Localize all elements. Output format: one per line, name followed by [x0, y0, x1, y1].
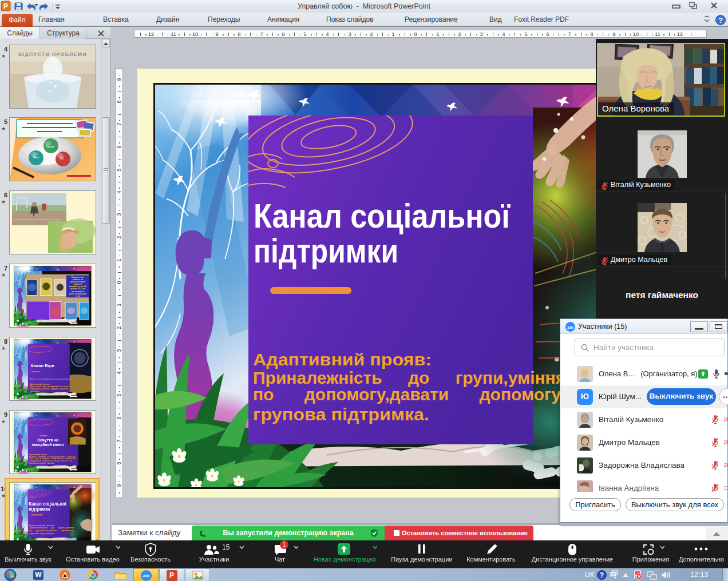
svg-text:Канал соціальної: Канал соціальної: [254, 197, 511, 235]
svg-text:вірування, релігія, обряди, ам: вірування, релігія, обряди, амулети,: [30, 388, 69, 390]
svg-text:?: ?: [718, 16, 723, 25]
svg-text:емоційний канал: емоційний канал: [32, 443, 64, 447]
svg-text:Орган: Орган: [46, 145, 54, 148]
svg-text:групова підтримка.: групова підтримка.: [253, 405, 429, 424]
svg-text:запропоновані: запропоновані: [70, 281, 85, 283]
svg-text:P: P: [3, 2, 8, 10]
svg-text:Об: Об: [60, 157, 64, 160]
svg-text:Віра в свої сили, в обраний шл: Віра в свої сили, в обраний шлях,віра і: [30, 385, 70, 388]
svg-text:Адаптивний прояв:: Адаптивний прояв:: [29, 453, 47, 456]
svg-text:гороскоп.: гороскоп.: [30, 390, 40, 392]
svg-text:?: ?: [600, 571, 604, 579]
svg-text:Канал Віри: Канал Віри: [31, 363, 55, 368]
svg-text:ВІДПУСТИ ПРОБЛЕМИ: ВІДПУСТИ ПРОБЛЕМИ: [18, 51, 87, 57]
svg-text:увагу найбільше: увагу найбільше: [69, 293, 86, 295]
svg-text:емоційний контакт, емпатія.: емоційний контакт, емпатія.: [29, 462, 54, 464]
svg-text:zm: zm: [567, 325, 573, 330]
svg-text:Адаптивний прояв:: Адаптивний прояв:: [253, 350, 432, 369]
svg-text:позначте у своїй: позначте у своїй: [69, 285, 86, 288]
svg-text:- 1 і 2: - 1 і 2: [75, 295, 80, 297]
svg-text:уважно на: уважно на: [72, 278, 84, 281]
svg-text:підтримки: підтримки: [254, 232, 398, 270]
svg-text:Подивиться: Подивиться: [72, 276, 84, 278]
svg-text:Віра ( система вірувань та пер: Віра ( система вірувань та переконання): [30, 378, 71, 380]
svg-text:картки і: картки і: [74, 283, 82, 285]
svg-text:привернули: привернули: [72, 290, 84, 293]
svg-text:Почуття чи: Почуття чи: [37, 438, 58, 443]
svg-text:Музика, читання, перегляд філь: Музика, читання, перегляд фільмів, серіа…: [29, 456, 76, 458]
svg-text:по допомогу,давати допомогу,: по допомогу,давати допомогу,: [253, 385, 564, 404]
svg-text:голові, чі 2, які: голові, чі 2, які: [70, 288, 85, 290]
svg-text:Адаптивний прояв:: Адаптивний прояв:: [30, 383, 50, 385]
svg-text:Рекл: Рекл: [33, 156, 39, 159]
